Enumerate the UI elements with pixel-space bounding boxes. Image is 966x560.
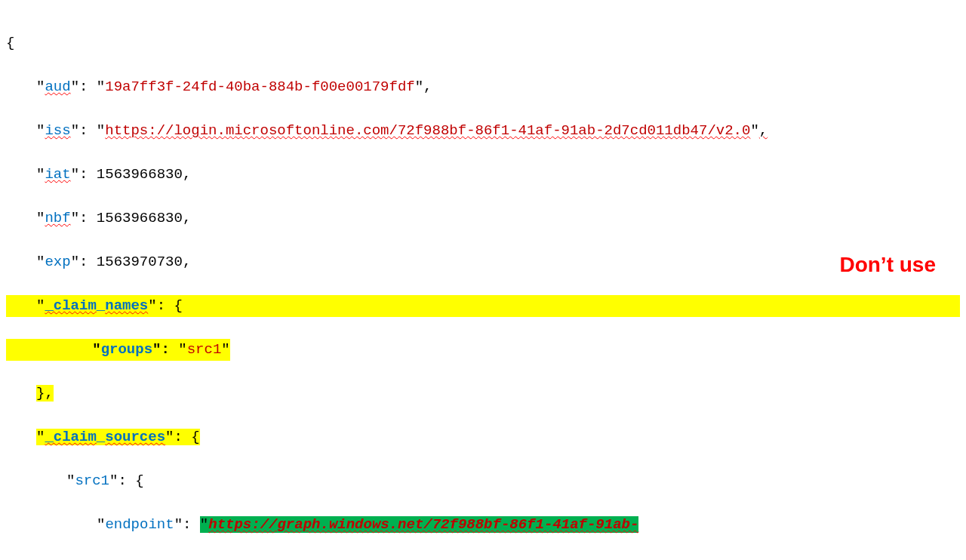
val-aud: 19a7ff3f-24fd-40ba-884b-f00e00179fdf: [105, 78, 414, 95]
annotation-dont-use: Don’t use: [839, 254, 936, 275]
code-line-highlight: "_claim_names": {: [6, 295, 960, 317]
code-line: "iss": "https://login.microsoftonline.co…: [6, 120, 960, 142]
key-exp: exp: [45, 254, 70, 270]
key-claim-sources-part: _claim: [45, 429, 96, 445]
json-token-block: { "aud": "19a7ff3f-24fd-40ba-884b-f00e00…: [0, 0, 966, 560]
val-endpoint-part1[interactable]: https://graph.windows.net/72f988bf-86f1-…: [208, 516, 638, 533]
val-nbf: 1563966830: [97, 210, 183, 226]
code-line: "exp": 1563970730,: [6, 251, 960, 273]
key-aud: aud: [45, 78, 70, 95]
code-line: "nbf": 1563966830,: [6, 208, 960, 229]
code-line: },: [6, 383, 960, 405]
key-claim-names-part: names: [105, 297, 148, 314]
code-line: "src1": {: [6, 470, 960, 492]
code-line: "endpoint": "https://graph.windows.net/7…: [6, 514, 960, 536]
key-claim-sources-part: sources: [105, 429, 165, 445]
key-iss: iss: [45, 122, 70, 139]
key-nbf: nbf: [45, 210, 70, 226]
val-groups: src1: [187, 341, 222, 358]
key-groups: groups: [101, 341, 152, 358]
key-src1: src1: [75, 472, 109, 489]
code-line: "aud": "19a7ff3f-24fd-40ba-884b-f00e0017…: [6, 76, 960, 98]
key-iat: iat: [45, 166, 70, 183]
val-exp: 1563970730: [97, 254, 183, 270]
code-line: "_claim_sources": {: [6, 426, 960, 448]
key-endpoint: endpoint: [105, 516, 174, 533]
code-line: {: [6, 32, 960, 54]
code-line: "iat": 1563966830,: [6, 164, 960, 186]
val-iat: 1563966830: [97, 166, 183, 183]
code-line-highlight: "groups": "src1": [6, 339, 230, 361]
val-iss[interactable]: https://login.microsoftonline.com/72f988…: [105, 122, 750, 139]
key-claim-names-part: _claim: [45, 297, 96, 314]
